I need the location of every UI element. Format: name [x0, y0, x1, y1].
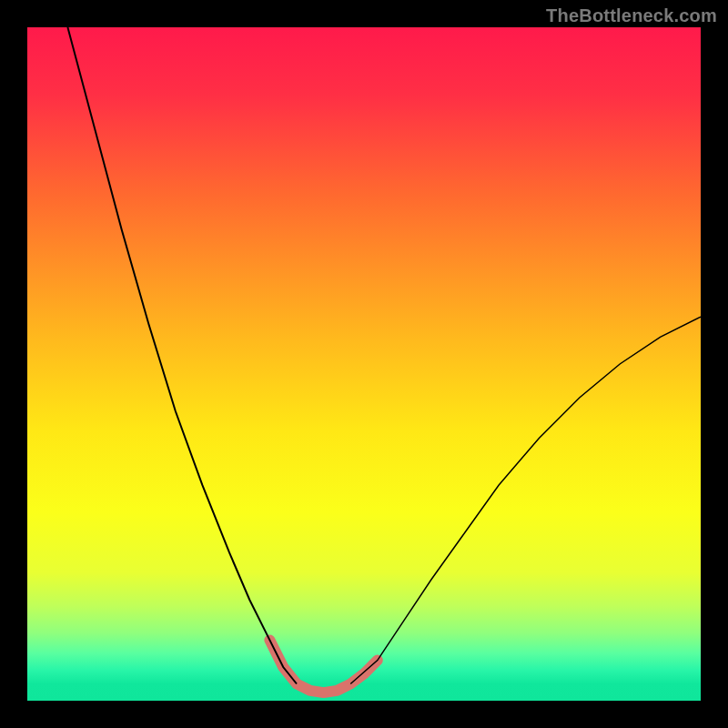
chart-frame: TheBottleneck.com — [0, 0, 728, 728]
series-left-arm — [67, 27, 297, 684]
plot-area — [27, 27, 701, 701]
watermark-text: TheBottleneck.com — [546, 5, 717, 26]
curves-layer — [27, 27, 701, 701]
series-valley-highlight — [269, 640, 377, 693]
series-right-arm — [350, 317, 701, 683]
